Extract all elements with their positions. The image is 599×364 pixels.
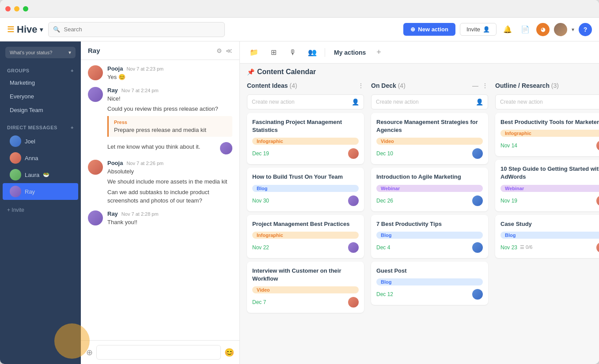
message-body-ray: Ray Nov 7 at 2:24 pm Nice! Could you rev… [107,87,232,154]
press-label: Press [114,120,227,125]
card-pm-best-practices[interactable]: Project Management Best Practices Infogr… [247,215,364,258]
sidebar-item-design-team[interactable]: Design Team [3,103,78,117]
card-avatar-2 [348,195,359,206]
card-trust-team[interactable]: How to Build Trust On Your Team Blog Nov… [247,168,364,211]
timer-avatar[interactable]: ◕ [536,23,550,36]
user-caret[interactable]: ▾ [572,26,574,33]
grid-icon[interactable]: ⊞ [266,45,281,60]
message-time: Nov 7 at 2:23 pm [126,66,163,71]
board-toolbar: 📁 ⊞ 🎙 👥 My actions + [240,41,599,64]
card-avatar-9 [596,140,599,151]
message-attachment-avatar [220,142,232,154]
message-header: Pooja Nov 7 at 2:23 pm [107,65,232,72]
settings-icon[interactable]: ⚙ [216,47,222,54]
new-action-input-col3[interactable]: Create new action 👤 [495,94,599,109]
message-ray-2: Ray Nov 7 at 2:28 pm Thank you!! [88,210,232,227]
close-button[interactable] [5,6,11,11]
column-header-outline: Outline / Research (3) — [495,80,599,91]
my-actions-button[interactable]: My actions [330,47,369,58]
new-action-input-col1[interactable]: Create new action 👤 [247,94,364,109]
add-section-button[interactable]: + [376,48,381,57]
search-input[interactable] [64,26,220,33]
logo[interactable]: ☰ Hive ▾ [7,24,43,35]
new-action-button[interactable]: ⊕ New action [403,23,455,36]
groups-section-header: GROUPS + [0,65,81,76]
chat-header-icons: ⚙ ≪ [216,47,232,54]
column-menu-icon[interactable]: ⋮ [358,82,364,89]
help-button[interactable]: ? [579,23,592,36]
sidebar-dm-anna[interactable]: Anna [3,150,78,166]
message-header-ray: Ray Nov 7 at 2:24 pm [107,87,232,94]
sidebar-dm-joel[interactable]: Joel [3,133,78,150]
card-resource-management[interactable]: Resource Management Strategies for Agenc… [371,113,488,164]
sidebar-dm-ray[interactable]: Ray [3,183,78,200]
topnav-right: ⊕ New action Invite 👤 🔔 📄 ◕ ▾ ? [403,23,592,36]
dm-section-header: DIRECT MESSAGES + [0,122,81,133]
card-adwords-guide[interactable]: 10 Step Guide to Getting Started with Ad… [495,160,599,211]
search-bar[interactable]: 🔍 [48,22,225,37]
card-interview-customer[interactable]: Interview with Customer on their Workflo… [247,262,364,313]
column-title-on-deck: On Deck (4) [371,82,406,89]
card-productivity-tools[interactable]: Best Productivity Tools for Marketers In… [495,113,599,156]
documents-icon[interactable]: 📄 [519,23,532,36]
message-body: Pooja Nov 7 at 2:23 pm Yes 😊 [107,65,232,82]
message-author-ray: Ray [107,87,118,94]
message-text-ray-1: Nice! [107,94,232,103]
maximize-button[interactable] [23,6,28,11]
team-icon[interactable]: 👥 [305,45,319,60]
card-fascinating-stats[interactable]: Fascinating Project Management Statistic… [247,113,364,164]
sidebar-dm-laura[interactable]: Laura 🥗 [3,166,78,183]
column-menu-on-deck: ⋮ [482,82,488,89]
message-ray-1: Ray Nov 7 at 2:24 pm Nice! Could you rev… [88,87,232,154]
messages-list: Pooja Nov 7 at 2:23 pm Yes 😊 Ray N [81,60,239,340]
card-guest-post[interactable]: Guest Post Blog Dec 12 [371,262,488,305]
card-avatar-8 [472,289,483,300]
sidebar-item-marketing[interactable]: Marketing [3,76,78,90]
invite-button[interactable]: Invite 👤 [460,23,497,36]
tag-infographic-1: Infographic [252,138,359,145]
pooja-avatar [88,65,103,80]
card-footer-8: Dec 12 [376,289,483,300]
status-button[interactable]: What's your status? ▾ [5,47,76,58]
card-productivity-tips[interactable]: 7 Best Productivity Tips Blog Dec 4 [371,215,488,258]
press-card[interactable]: Press Prepare press release and media ki… [107,116,232,137]
card-footer-9: Nov 14 [500,140,599,151]
emoji-icon[interactable]: 😊 [224,348,234,357]
card-meta-11: Nov 23 ☰ 0/6 [500,244,532,251]
message-time-pooja-2: Nov 7 at 2:26 pm [126,161,163,166]
card-case-study[interactable]: Case Study Blog Nov 23 ☰ 0/6 [495,215,599,258]
notifications-icon[interactable]: 🔔 [501,23,514,36]
tag-video-1: Video [252,286,359,293]
mic-icon[interactable]: 🎙 [286,45,300,60]
card-agile-marketing[interactable]: Introduction to Agile Marketing Webinar … [371,168,488,211]
new-action-input-col2[interactable]: Create new action 👤 [371,94,488,109]
user-plus-icon: 👤 [483,26,490,33]
expand-icon[interactable]: ≪ [226,47,232,54]
card-avatar-5 [472,148,483,159]
minimize-button[interactable] [14,6,19,11]
chat-input[interactable] [96,345,221,360]
column-collapse-icon[interactable]: — ⋮ [472,82,488,89]
anna-avatar [10,152,21,164]
card-footer-11: Nov 23 ☰ 0/6 [500,242,599,253]
tag-webinar-2: Webinar [500,185,599,192]
logo-caret: ▾ [40,26,43,33]
column-title-content-ideas: Content Ideas (4) [247,82,297,89]
titlebar [0,0,599,18]
invite-link[interactable]: + Invite [0,203,81,217]
message-header-ray-2: Ray Nov 7 at 2:28 pm [107,210,232,217]
collapse-icon: — [472,82,478,89]
message-assets: We should include more assets in the med… [107,177,232,186]
chat-header: Ray ⚙ ≪ [81,41,239,60]
tag-video-2: Video [376,138,483,145]
message-time-ray: Nov 7 at 2:24 pm [121,88,159,93]
user-avatar[interactable] [554,23,567,36]
groups-add-icon[interactable]: + [71,68,74,73]
folder-icon[interactable]: 📁 [247,45,261,60]
plus-circle-icon: ⊕ [410,26,415,33]
board-header: 📌 Content Calendar [240,64,599,80]
card-footer-7: Dec 4 [376,242,483,253]
sidebar-item-everyone[interactable]: Everyone [3,90,78,103]
dm-add-icon[interactable]: + [71,125,74,130]
user-assign-icon-2: 👤 [476,98,483,105]
